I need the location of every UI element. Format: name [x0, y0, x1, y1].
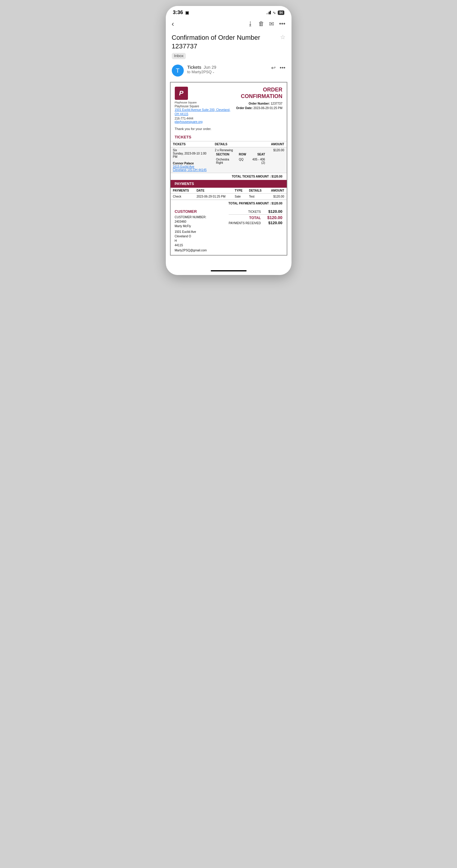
tickets-summary-amount: $120.00 — [264, 209, 283, 214]
org-address-link[interactable]: 1501 Euclid Avenue Suite 200, Cleveland,… — [175, 108, 232, 116]
order-date: 2023-06-29 01:25 PM — [254, 106, 283, 110]
customer-info: CUSTOMER NUMBER: 2403460 Marty McFly — [175, 215, 229, 228]
back-button[interactable]: ‹ — [172, 20, 174, 28]
venue-address-line2[interactable]: Cleveland, US-OH 44145 — [173, 168, 207, 172]
chevron-down-icon: ⌄ — [212, 70, 215, 73]
receipt: P Playhouse Square Playhouse Square 1501… — [170, 82, 287, 255]
total-tickets-label: TOTAL TICKETS AMOUNT : — [232, 175, 270, 178]
amount-col-header: AMOUNT — [269, 141, 287, 147]
customer-number-label: CUSTOMER NUMBER: — [175, 216, 206, 219]
status-time: 3:36 ▣ — [173, 9, 189, 16]
type-col: TYPE — [232, 188, 247, 194]
payments-received-amount: $120.00 — [264, 221, 283, 225]
customer-title: CUSTOMER — [175, 209, 229, 214]
amount-col: AMOUNT — [266, 188, 287, 194]
customer-number: 2403460 — [175, 220, 187, 223]
org-website-link[interactable]: playhousesquare.org — [175, 120, 203, 123]
status-icons: ∿ 84 — [266, 10, 284, 15]
email-subject: Confirmation of Order Number 1237737 Inb… — [172, 33, 280, 59]
payments-col: PAYMENTS — [171, 188, 194, 194]
status-bar: 3:36 ▣ ∿ 84 — [166, 6, 291, 17]
tickets-col-header: TICKETS — [171, 141, 212, 147]
phone-frame: 3:36 ▣ ∿ 84 ‹ ⭳ 🗑 ✉ ••• Confirmation of … — [166, 6, 291, 275]
tickets-section-title: TICKETS — [171, 133, 287, 141]
home-indicator — [166, 267, 291, 275]
tickets-table: TICKETS DETAILS AMOUNT Six Sunday, 2023-… — [171, 141, 287, 173]
ticket-amount: $120.00 — [269, 147, 287, 173]
address-line2: Cleveland O — [175, 235, 191, 238]
payment-details: Test — [247, 193, 266, 199]
mail-button[interactable]: ✉ — [269, 20, 274, 28]
show-name: Six — [173, 149, 210, 152]
email-body[interactable]: P Playhouse Square Playhouse Square 1501… — [166, 80, 291, 267]
tickets-summary-row: TICKETS $120.00 — [229, 209, 282, 214]
toolbar-right-icons: ⭳ 🗑 ✉ ••• — [248, 20, 285, 28]
payments-received-label: PAYMENTS RECEIVED — [229, 221, 261, 225]
table-row: Check 2023-06-29 01:25 PM Sale Test $120… — [171, 193, 287, 199]
seat-sub-table: SECTION ROW SEAT Orchestra Right QQ — [215, 152, 266, 165]
more-button[interactable]: ••• — [279, 20, 285, 28]
order-meta: Order Number: 1237737 Order Date: 2023-0… — [232, 101, 283, 110]
time-display: 3:36 — [173, 9, 183, 16]
show-info: Six Sunday, 2023-09-10 1:00 PM Connor Pa… — [171, 147, 212, 173]
customer-name: Marty McFly — [175, 224, 191, 228]
order-number-label: Order Number: — [249, 102, 270, 105]
details-qty: 2 x Renewing — [215, 149, 266, 152]
address-line3: H — [175, 239, 177, 242]
star-icon[interactable]: ☆ — [280, 33, 286, 41]
total-payments-amount: $120.00 — [272, 202, 282, 205]
sender-date: Jun 29 — [203, 65, 216, 70]
avatar-initial: T — [176, 67, 179, 74]
logo-letter: P — [179, 89, 183, 97]
show-date: Sunday, 2023-09-10 1:00 PM — [173, 152, 210, 158]
order-number: 1237737 — [271, 102, 283, 105]
wifi-icon: ∿ — [273, 10, 276, 15]
sender-info: Tickets Jun 29 to Marty2PSQ ⌄ — [187, 65, 267, 74]
home-bar — [211, 270, 247, 271]
logo-box: P — [175, 87, 188, 100]
total-payments-row: TOTAL PAYMENTS AMOUNT : $120.00 — [171, 200, 287, 207]
delete-button[interactable]: 🗑 — [258, 20, 264, 28]
details-col: DETAILS — [247, 188, 266, 194]
order-confirmation-title: ORDER CONFIRMATION Order Number: 1237737… — [232, 87, 283, 110]
payment-date: 2023-06-29 01:25 PM — [194, 193, 232, 199]
date-col: DATE — [194, 188, 232, 194]
table-row: Six Sunday, 2023-09-10 1:00 PM Connor Pa… — [171, 147, 287, 173]
email-toolbar: ‹ ⭳ 🗑 ✉ ••• — [166, 17, 291, 30]
total-tickets-row: TOTAL TICKETS AMOUNT : $120.00 — [171, 173, 287, 180]
sender-row: T Tickets Jun 29 to Marty2PSQ ⌄ ↩ ••• — [166, 62, 291, 80]
archive-button[interactable]: ⭳ — [248, 20, 254, 28]
seat-value: 405 - 406 (2) — [247, 157, 266, 165]
reply-button[interactable]: ↩ — [271, 65, 276, 71]
signal-bars-icon — [266, 11, 271, 14]
order-conf-text: ORDER CONFIRMATION — [232, 87, 283, 99]
customer-email: Marty2PSQ@gmail.com — [171, 249, 287, 255]
section-value: Orchestra Right — [215, 157, 238, 165]
customer-left: CUSTOMER CUSTOMER NUMBER: 2403460 Marty … — [175, 209, 229, 228]
org-phone: 216-771-4444 — [175, 117, 193, 120]
sender-to-text: to Marty2PSQ — [187, 70, 212, 74]
tickets-summary-label: TICKETS — [248, 210, 261, 213]
ticket-details: 2 x Renewing SECTION ROW SEAT — [212, 147, 269, 173]
address-line4: 44115 — [175, 244, 183, 247]
total-payments-label: TOTAL PAYMENTS AMOUNT : — [228, 202, 270, 205]
thank-you: Thank you for your order. — [171, 126, 287, 133]
customer-section: CUSTOMER CUSTOMER NUMBER: 2403460 Marty … — [171, 207, 287, 228]
sender-name-row: Tickets Jun 29 — [187, 65, 267, 70]
section-header: SECTION — [215, 152, 238, 157]
payments-section-title: PAYMENTS — [171, 180, 287, 188]
total-tickets-amount: $120.00 — [272, 175, 282, 178]
receipt-header: P Playhouse Square Playhouse Square 1501… — [171, 83, 287, 126]
sender-name: Tickets — [187, 65, 201, 70]
total-summary-amount: $120.00 — [264, 215, 283, 220]
org-name: Playhouse Square — [175, 104, 199, 108]
sender-more-button[interactable]: ••• — [280, 65, 286, 71]
payment-category: Sale — [232, 193, 247, 199]
carrier-icon: ▣ — [185, 10, 189, 15]
logo-caption: Playhouse Square — [175, 101, 197, 104]
sender-to[interactable]: to Marty2PSQ ⌄ — [187, 70, 267, 74]
payment-type: Check — [171, 193, 194, 199]
venue-address-line1[interactable]: 1615 Euclid Ave — [173, 165, 195, 168]
email-header: Confirmation of Order Number 1237737 Inb… — [166, 30, 291, 62]
row-value: QQ — [238, 157, 247, 165]
